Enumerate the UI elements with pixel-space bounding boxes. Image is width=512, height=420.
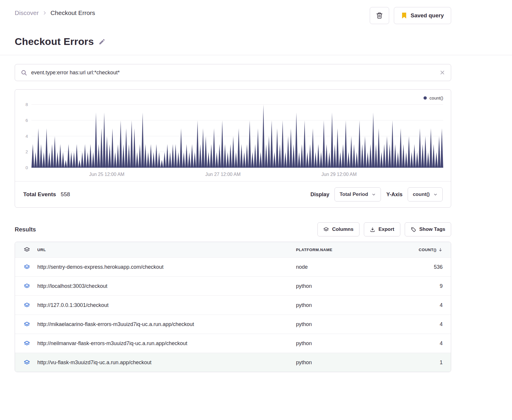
- breadcrumb-discover[interactable]: Discover: [15, 9, 39, 16]
- search-bar: [15, 64, 451, 81]
- column-header-platform[interactable]: PLATFORM.NAME: [296, 248, 410, 252]
- row-count-value: 4: [410, 321, 443, 327]
- results-header: Results Columns Export Show Tags: [15, 222, 451, 236]
- total-events-label: Total Events: [23, 191, 56, 198]
- y-tick-label: 6: [17, 118, 28, 123]
- layers-icon: [24, 359, 30, 366]
- column-header-url[interactable]: URL: [37, 248, 296, 252]
- trash-icon: [376, 12, 383, 19]
- display-dropdown[interactable]: Total Period: [334, 187, 381, 201]
- row-count-value: 9: [410, 283, 443, 289]
- events-chart-card: count() 02468 Jun 25 12:00 AMJun 27 12:0…: [15, 89, 451, 208]
- breadcrumb-current: Checkout Errors: [51, 9, 95, 16]
- chart-footer: Total Events 558 Display Total Period Y-…: [15, 181, 451, 207]
- search-input[interactable]: [31, 70, 436, 76]
- chart-controls: Display Total Period Y-Axis count(): [310, 187, 443, 201]
- results-table: URL PLATFORM.NAME COUNT() http://sentry-…: [15, 242, 451, 372]
- layers-icon: [24, 321, 30, 327]
- export-button[interactable]: Export: [364, 222, 400, 236]
- edit-title-icon[interactable]: [98, 38, 106, 45]
- total-events-value: 558: [61, 191, 70, 198]
- row-platform-value: python: [296, 340, 410, 347]
- row-platform-value: node: [296, 264, 410, 270]
- table-row[interactable]: http://127.0.0.1:3001/checkout python 4: [15, 295, 451, 315]
- row-url-link[interactable]: http://127.0.0.1:3001/checkout: [37, 302, 296, 308]
- row-count-value: 1: [410, 359, 443, 366]
- row-url-link[interactable]: http://localhost:3003/checkout: [37, 283, 296, 289]
- table-row[interactable]: http://neilmanvar-flask-errors-m3uuizd7i…: [15, 334, 451, 353]
- x-tick-label: Jun 27 12:00 AM: [205, 172, 240, 177]
- tag-icon: [411, 227, 416, 232]
- page-title: Checkout Errors: [15, 36, 94, 47]
- export-button-label: Export: [379, 226, 394, 232]
- x-tick-label: Jun 25 12:00 AM: [89, 172, 124, 177]
- show-tags-button-label: Show Tags: [419, 226, 445, 232]
- row-platform-value: python: [296, 283, 410, 289]
- header-divider: [0, 55, 512, 55]
- row-count-value: 4: [410, 340, 443, 347]
- layers-icon: [24, 264, 30, 270]
- title-row: Checkout Errors: [15, 36, 451, 55]
- layers-icon: [24, 283, 30, 289]
- saved-query-label: Saved query: [411, 12, 444, 19]
- legend-label: count(): [429, 95, 443, 100]
- chart-plot: 02468: [31, 105, 443, 168]
- row-platform-value: python: [296, 359, 410, 366]
- clear-search-icon[interactable]: [440, 70, 445, 75]
- total-events: Total Events 558: [23, 191, 70, 198]
- table-row[interactable]: http://mikaelacarino-flask-errors-m3uuiz…: [15, 315, 451, 334]
- row-platform-value: python: [296, 302, 410, 308]
- display-dropdown-value: Total Period: [339, 191, 368, 197]
- row-url-link[interactable]: http://neilmanvar-flask-errors-m3uuizd7i…: [37, 340, 296, 347]
- download-icon: [370, 227, 375, 232]
- layers-icon: [24, 302, 30, 308]
- row-platform-value: python: [296, 321, 410, 327]
- columns-button-label: Columns: [332, 226, 354, 232]
- row-url-link[interactable]: http://mikaelacarino-flask-errors-m3uuiz…: [37, 321, 296, 327]
- show-tags-button[interactable]: Show Tags: [405, 222, 451, 236]
- chevron-down-icon: [433, 192, 438, 197]
- table-header-row: URL PLATFORM.NAME COUNT(): [15, 242, 451, 257]
- y-tick-label: 8: [17, 102, 28, 107]
- chevron-down-icon: [372, 192, 376, 197]
- chart-legend: count(): [15, 90, 451, 100]
- column-header-count[interactable]: COUNT(): [410, 248, 443, 252]
- display-label: Display: [310, 191, 329, 198]
- row-url-link[interactable]: http://sentry-demos-express.herokuapp.co…: [37, 264, 296, 270]
- table-row[interactable]: http://localhost:3003/checkout python 9: [15, 276, 451, 295]
- delete-query-button[interactable]: [370, 7, 389, 24]
- y-tick-label: 2: [17, 149, 28, 154]
- top-bar: Discover Checkout Errors Saved query: [15, 7, 451, 24]
- chevron-right-icon: [42, 11, 47, 15]
- top-actions: Saved query: [370, 7, 451, 24]
- layers-icon: [323, 227, 329, 232]
- breadcrumb: Discover Checkout Errors: [15, 7, 95, 16]
- table-body: http://sentry-demos-express.herokuapp.co…: [15, 257, 451, 372]
- row-count-value: 536: [410, 264, 443, 270]
- discover-page: Discover Checkout Errors Saved query Che…: [15, 0, 451, 55]
- results-actions: Columns Export Show Tags: [317, 222, 451, 236]
- sort-desc-icon: [438, 248, 443, 252]
- search-icon: [21, 70, 27, 76]
- count-series: [31, 105, 443, 168]
- yaxis-dropdown[interactable]: count(): [408, 187, 443, 201]
- legend-dot-icon: [424, 96, 427, 100]
- saved-query-button[interactable]: Saved query: [394, 7, 451, 24]
- row-count-value: 4: [410, 302, 443, 308]
- layers-icon: [24, 247, 30, 253]
- table-row[interactable]: http://sentry-demos-express.herokuapp.co…: [15, 257, 451, 276]
- y-tick-label: 4: [17, 134, 28, 139]
- columns-button[interactable]: Columns: [317, 222, 359, 236]
- results-heading: Results: [15, 226, 36, 233]
- chart-x-axis: Jun 25 12:00 AMJun 27 12:00 AMJun 29 12:…: [31, 168, 443, 181]
- count-header-label: COUNT(): [419, 248, 437, 252]
- yaxis-label: Y-Axis: [386, 191, 402, 198]
- layers-icon: [24, 340, 30, 347]
- table-row[interactable]: http://vu-flask-m3uuizd7iq-uc.a.run.app/…: [15, 353, 451, 372]
- bookmark-icon: [401, 12, 407, 19]
- y-tick-label: 0: [17, 165, 28, 170]
- x-tick-label: Jun 29 12:00 AM: [322, 172, 357, 177]
- row-url-link[interactable]: http://vu-flask-m3uuizd7iq-uc.a.run.app/…: [37, 359, 296, 366]
- yaxis-dropdown-value: count(): [413, 191, 430, 197]
